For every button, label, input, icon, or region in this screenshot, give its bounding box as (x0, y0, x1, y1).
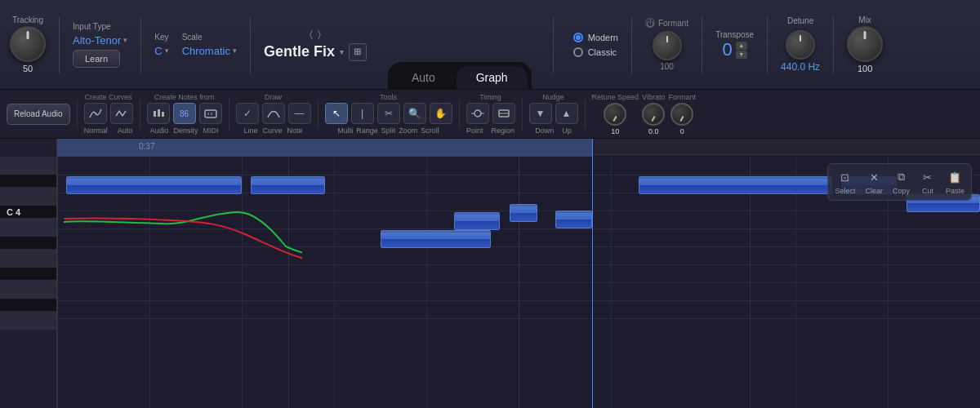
draw-curve-btn[interactable] (262, 103, 285, 124)
radio-modern-icon (573, 33, 583, 42)
select-icon: ⊡ (837, 169, 853, 185)
nudge-icons: ▼ ▲ (529, 103, 578, 124)
tb-divider-3 (229, 100, 229, 129)
key-value[interactable]: C ▾ (154, 45, 168, 57)
preset-name: Gentle Fix ▾ ⊞ (264, 43, 367, 61)
note-block-3[interactable] (381, 230, 492, 248)
timing-region-btn[interactable] (492, 103, 515, 124)
tb-divider-4 (318, 100, 318, 129)
detune-knob[interactable] (786, 30, 815, 60)
clear-icon: ✕ (866, 169, 882, 185)
formant-knob[interactable] (653, 31, 682, 60)
draw-group: Draw ✓ — Line Curve Note (236, 93, 311, 135)
timing-icons (466, 103, 515, 124)
svg-rect-2 (162, 112, 164, 117)
svg-rect-0 (154, 111, 156, 117)
mode-modern-option[interactable]: Modern (573, 33, 618, 42)
v-line-2 (242, 157, 243, 408)
mix-knob[interactable] (847, 26, 883, 62)
toolbar-formant-knob[interactable] (670, 103, 693, 126)
piano-keys: C 4 (0, 139, 57, 408)
notes-density-btn[interactable]: 86 (173, 103, 196, 124)
c4-label-text: C 4 (7, 207, 20, 217)
input-type-value[interactable]: Alto-Tenor ▾ (73, 34, 127, 47)
transpose-up-icon[interactable]: ▲ (736, 42, 747, 50)
ctx-select[interactable]: ⊡ Select (835, 169, 855, 195)
toolbar: Reload Audio Create Curves Normal Auto C… (0, 90, 980, 139)
next-arrow-icon[interactable]: 〉 (318, 29, 321, 40)
tb-divider-7 (585, 100, 586, 129)
tool-zoom-btn[interactable]: 🔍 (403, 103, 426, 124)
scale-value[interactable]: Chromatic ▾ (182, 45, 237, 57)
transpose-down-icon[interactable]: ▼ (736, 51, 747, 59)
svg-rect-1 (158, 109, 160, 117)
tool-scroll-btn[interactable]: ✋ (430, 103, 452, 124)
timing-point-btn[interactable] (466, 103, 489, 124)
note-block-1[interactable] (66, 176, 242, 194)
piano-row-e4 (0, 157, 56, 175)
formant-section: ⏻ Formant 100 (645, 18, 688, 71)
v-line-3 (288, 157, 289, 408)
notes-midi-btn[interactable] (199, 103, 222, 124)
transpose-arrows: ▲ ▼ (736, 42, 747, 59)
ctx-paste[interactable]: 📋 Paste (946, 169, 964, 195)
curve-auto-btn[interactable] (110, 103, 133, 124)
v-line-9 (795, 157, 796, 408)
create-curves-icons (84, 103, 133, 124)
tracking-knob[interactable] (10, 26, 46, 62)
draw-note-btn[interactable]: — (288, 103, 311, 124)
note-block-4[interactable] (454, 212, 501, 230)
note-block-7[interactable] (639, 176, 832, 194)
input-type-section: Input Type Alto-Tenor ▾ Learn (73, 22, 127, 68)
note-block-6[interactable] (555, 211, 592, 228)
piano-row-ab3 (0, 281, 56, 299)
piano-row-db4: C 4 (0, 206, 56, 219)
retune-speed-knob[interactable] (604, 103, 626, 126)
tool-range-btn[interactable]: | (351, 103, 374, 124)
tab-graph[interactable]: Graph (457, 66, 528, 89)
v-line-0 (57, 157, 58, 408)
nudge-down-btn[interactable]: ▼ (529, 103, 552, 124)
learn-button[interactable]: Learn (73, 50, 120, 68)
nudge-up-btn[interactable]: ▲ (555, 103, 578, 124)
note-block-2[interactable] (251, 176, 324, 194)
key-chevron-icon: ▾ (165, 47, 169, 55)
curve-normal-btn[interactable] (84, 103, 107, 124)
tab-auto[interactable]: Auto (392, 66, 455, 89)
reload-audio-button[interactable]: Reload Audio (7, 104, 70, 125)
tool-multi-btn[interactable]: ↖ (325, 103, 348, 124)
draw-line-btn[interactable]: ✓ (236, 103, 259, 124)
cut-icon: ✂ (920, 169, 936, 185)
chevron-down-icon: ▾ (123, 36, 127, 44)
v-line-5 (426, 157, 427, 408)
vibrato-knob[interactable] (642, 103, 665, 126)
v-line-1 (149, 157, 150, 408)
tb-divider-5 (459, 100, 460, 129)
tracking-section: Tracking 50 (10, 16, 46, 73)
draw-icons: ✓ — (236, 103, 311, 124)
scale-chevron-icon: ▾ (233, 47, 237, 55)
divider-7 (767, 16, 768, 73)
tracking-value: 50 (23, 64, 33, 73)
grid-icon-btn[interactable]: ⊞ (349, 43, 367, 61)
tracking-label: Tracking (12, 16, 43, 24)
mode-classic-option[interactable]: Classic (573, 47, 618, 57)
selection-highlight (57, 139, 592, 157)
piano-row-c4 (0, 219, 56, 237)
notes-audio-btn[interactable] (147, 103, 170, 124)
nudge-group: Nudge ▼ ▲ Down Up (529, 93, 578, 135)
divider-1 (59, 16, 60, 73)
ctx-clear[interactable]: ✕ Clear (865, 169, 883, 195)
input-type-label: Input Type (73, 22, 111, 31)
vibrato-group: Vibrato 0.0 (642, 93, 665, 135)
prev-arrow-icon[interactable]: 〈 (310, 29, 313, 40)
ctx-copy[interactable]: ⧉ Copy (893, 169, 910, 195)
create-notes-icons: 86 (147, 103, 222, 124)
paste-icon: 📋 (947, 169, 963, 185)
scale-label: Scale (182, 33, 203, 42)
divider-4 (553, 16, 554, 73)
ctx-cut[interactable]: ✂ Cut (920, 169, 936, 195)
note-block-5[interactable] (510, 204, 537, 222)
power-icon[interactable]: ⏻ (645, 18, 655, 28)
tool-split-btn[interactable]: ✂ (377, 103, 400, 124)
